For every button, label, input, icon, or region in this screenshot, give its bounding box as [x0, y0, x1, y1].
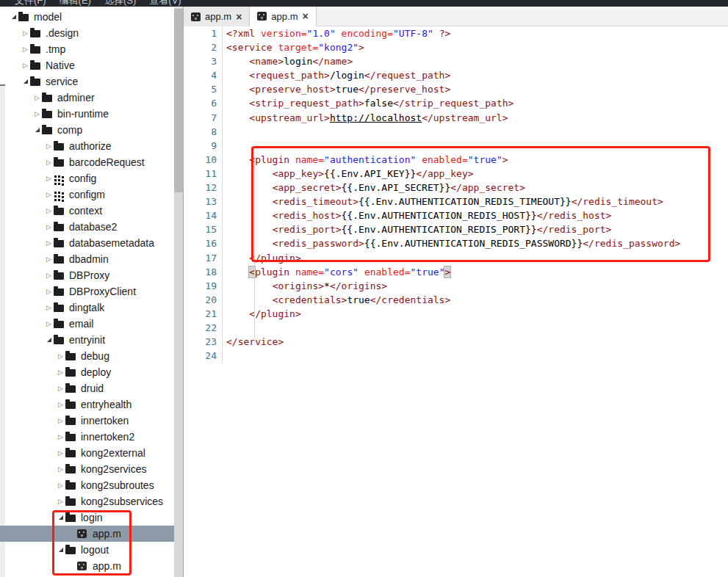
expand-arrow-icon[interactable]: ▷ [44, 224, 54, 231]
editor-tab-app.m[interactable]: app.m× [250, 7, 316, 26]
code-text: <plugin name="cors" enabled="true"> [223, 265, 450, 279]
folder-icon [54, 271, 66, 280]
menu-item-1[interactable]: 编辑(E) [60, 0, 91, 7]
line-number: 16 [184, 236, 223, 250]
sidebar-item-context[interactable]: ▷context [0, 203, 174, 219]
expand-arrow-icon[interactable]: ▷ [44, 192, 54, 198]
expand-arrow-icon[interactable]: ▷ [44, 288, 54, 295]
tree-scrollbar-thumb[interactable] [174, 9, 183, 192]
expand-arrow-icon[interactable]: ▷ [56, 498, 65, 505]
project-tree[interactable]: model▷.design▷.tmp▷Nativeservice▷adminer… [0, 9, 174, 574]
code-line: 3 <name>login</name> [184, 54, 728, 68]
folder-icon [65, 432, 78, 441]
editor-tab-app.m[interactable]: app.m× [184, 7, 250, 26]
sidebar-item-kong2subroutes[interactable]: ▷kong2subroutes [0, 477, 174, 493]
collapse-arrow-icon[interactable] [56, 548, 65, 552]
menu-item-0[interactable]: 文件(F) [15, 0, 46, 7]
pane-divider[interactable] [183, 7, 184, 577]
expand-arrow-icon[interactable]: ▷ [44, 175, 54, 182]
expand-arrow-icon[interactable]: ▷ [44, 240, 54, 247]
expand-arrow-icon[interactable]: ▷ [21, 46, 30, 53]
expand-arrow-icon[interactable]: ▷ [56, 482, 65, 489]
sidebar-item-bin-runtime[interactable]: ▷bin-runtime [0, 106, 174, 122]
sidebar-item-login[interactable]: login [0, 509, 174, 526]
sidebar-item-service[interactable]: service [0, 73, 174, 90]
expand-arrow-icon[interactable]: ▷ [44, 272, 54, 279]
collapse-arrow-icon[interactable] [21, 79, 30, 84]
tree-scrollbar-track[interactable] [174, 7, 183, 577]
sidebar-item-debug[interactable]: ▷debug [0, 348, 174, 364]
sidebar-item-kong2subservices[interactable]: ▷kong2subservices [0, 493, 174, 509]
expand-arrow-icon[interactable]: ▷ [56, 450, 65, 457]
code-editor[interactable]: 1<?xml version="1.0" encoding="UTF-8" ?>… [184, 26, 728, 577]
expand-arrow-icon[interactable]: ▷ [56, 402, 65, 408]
sidebar-item-dbadmin[interactable]: ▷dbadmin [0, 251, 174, 267]
folder-icon [54, 319, 66, 328]
menu-item-2[interactable]: 选择(S) [104, 0, 136, 7]
code-text: <app_secret>{{.Env.API_SECRET}}</app_sec… [223, 181, 525, 195]
sidebar-item-email[interactable]: ▷email [0, 316, 174, 332]
line-number: 6 [184, 96, 223, 110]
expand-arrow-icon[interactable]: ▷ [44, 256, 54, 263]
code-text: <redis_port>{{.Env.AUTHENTICATION_REDIS_… [223, 222, 611, 236]
sidebar-item-database2[interactable]: ▷database2 [0, 219, 174, 235]
collapse-arrow-icon[interactable] [56, 515, 65, 520]
expand-arrow-icon[interactable]: ▷ [44, 208, 54, 214]
sidebar-item-entryhealth[interactable]: ▷entryhealth [0, 396, 174, 413]
close-icon[interactable]: × [236, 11, 242, 23]
sidebar-item-databasemetadata[interactable]: ▷databasemetadata [0, 235, 174, 251]
expand-arrow-icon[interactable]: ▷ [56, 385, 65, 392]
expand-arrow-icon[interactable]: ▷ [32, 95, 42, 101]
tree-item-label: druid [81, 382, 104, 394]
sidebar-item-comp[interactable]: comp [0, 122, 174, 138]
sidebar-item-config[interactable]: ▷config [0, 170, 174, 186]
collapse-arrow-icon[interactable] [9, 15, 18, 19]
expand-arrow-icon[interactable]: ▷ [21, 30, 30, 37]
sidebar-item-dbproxy[interactable]: ▷DBProxy [0, 267, 174, 283]
folder-icon [30, 77, 43, 86]
expand-arrow-icon[interactable]: ▷ [56, 369, 65, 376]
sidebar-item-native[interactable]: ▷Native [0, 57, 174, 73]
sidebar-item-deploy[interactable]: ▷deploy [0, 364, 174, 380]
sidebar-item-logout[interactable]: logout [0, 542, 174, 558]
collapse-arrow-icon[interactable] [32, 128, 42, 132]
code-text: </plugin> [223, 307, 301, 321]
expand-arrow-icon[interactable]: ▷ [56, 466, 65, 473]
sidebar-item-app-m[interactable]: app.m [0, 526, 174, 542]
close-icon[interactable]: × [302, 10, 308, 22]
tree-item-label: databasemetadata [69, 237, 154, 249]
sidebar-item-dingtalk[interactable]: ▷dingtalk [0, 300, 174, 316]
sidebar-item-configm[interactable]: ▷configm [0, 186, 174, 203]
sidebar-item--tmp[interactable]: ▷.tmp [0, 41, 174, 57]
expand-arrow-icon[interactable]: ▷ [56, 418, 65, 424]
tree-item-label: email [69, 318, 93, 330]
sidebar-item-app-m[interactable]: app.m [0, 558, 174, 574]
sidebar-item-entryinit[interactable]: entryinit [0, 332, 174, 348]
code-line: 14 <redis_host>{{.Env.AUTHENTICATION_RED… [184, 208, 728, 222]
expand-arrow-icon[interactable]: ▷ [21, 62, 30, 69]
expand-arrow-icon[interactable]: ▷ [44, 305, 54, 311]
sidebar-item-barcoderequest[interactable]: ▷barcodeRequest [0, 154, 174, 170]
expand-arrow-icon[interactable]: ▷ [56, 434, 65, 440]
sidebar-item-druid[interactable]: ▷druid [0, 380, 174, 396]
sidebar-item-adminer[interactable]: ▷adminer [0, 90, 174, 106]
folder-icon [54, 335, 66, 344]
expand-arrow-icon[interactable]: ▷ [44, 159, 54, 166]
menu-item-3[interactable]: 查看(V) [149, 0, 181, 7]
sidebar-item--design[interactable]: ▷.design [0, 25, 174, 41]
sidebar-item-innertoken[interactable]: ▷innertoken [0, 413, 174, 429]
upstream-url-link[interactable]: http://localhost [330, 112, 422, 123]
tree-item-label: context [69, 205, 102, 217]
code-text: <app_key>{{.Env.API_KEY}}</app_key> [223, 167, 474, 181]
collapse-arrow-icon[interactable] [44, 338, 54, 342]
sidebar-item-dbproxyclient[interactable]: ▷DBProxyClient [0, 283, 174, 300]
sidebar-item-authorize[interactable]: ▷authorize [0, 138, 174, 154]
sidebar-item-kong2services[interactable]: ▷kong2services [0, 461, 174, 477]
expand-arrow-icon[interactable]: ▷ [44, 143, 54, 150]
expand-arrow-icon[interactable]: ▷ [32, 111, 42, 117]
sidebar-item-model[interactable]: model [0, 9, 174, 25]
sidebar-item-kong2external[interactable]: ▷kong2external [0, 445, 174, 461]
sidebar-item-innertoken2[interactable]: ▷innertoken2 [0, 429, 174, 445]
expand-arrow-icon[interactable]: ▷ [56, 353, 65, 360]
expand-arrow-icon[interactable]: ▷ [44, 321, 54, 327]
